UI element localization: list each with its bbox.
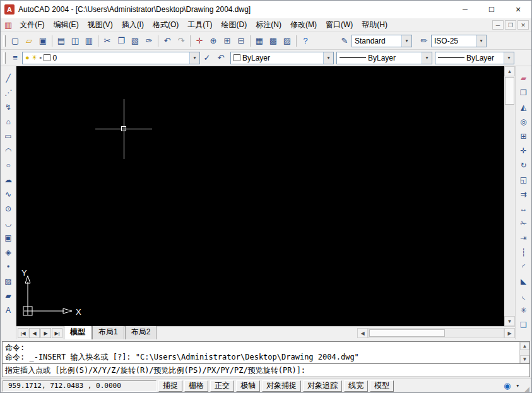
plot-icon[interactable]: ▤ (54, 34, 68, 48)
copy-clip-icon[interactable]: ❐ (114, 34, 128, 48)
line-icon[interactable]: ╱ (2, 71, 15, 85)
layer-previous-icon[interactable]: ↶ (214, 51, 228, 65)
plot-preview-icon[interactable]: ◫ (68, 34, 82, 48)
copy-object-icon[interactable]: ❐ (517, 86, 530, 99)
cut-icon[interactable]: ✂ (100, 34, 114, 48)
revision-cloud-icon[interactable]: ☁ (2, 173, 15, 186)
menu-item[interactable]: 窗口(W) (321, 18, 357, 32)
lineweight-control-combo[interactable]: ByLayer ▾ (435, 52, 514, 64)
match-properties-icon[interactable]: ✑ (142, 34, 156, 48)
polyline-icon[interactable]: ↯ (2, 100, 15, 114)
status-menu-arrow-icon[interactable]: ▾ (512, 381, 523, 391)
insert-block-icon[interactable]: ▣ (2, 231, 15, 244)
rectangle-icon[interactable]: ▭ (2, 129, 15, 143)
menu-item[interactable]: 帮助(H) (357, 18, 392, 32)
qnew-icon[interactable]: ▢ (8, 34, 22, 48)
polygon-icon[interactable]: ⌂ (2, 115, 15, 128)
lengthen-icon[interactable]: ↔ (517, 202, 530, 215)
color-control-combo[interactable]: ByLayer ▾ (230, 52, 334, 64)
point-icon[interactable]: • (2, 260, 15, 273)
menu-item[interactable]: 文件(F) (15, 18, 49, 32)
drawing-canvas[interactable]: Y X (16, 66, 504, 326)
lineweight-toggle[interactable]: 线宽 (344, 380, 368, 392)
array-icon[interactable]: ⊞ (517, 129, 530, 143)
ellipse-arc-icon[interactable]: ◡ (2, 216, 15, 230)
menu-item[interactable]: 视图(V) (83, 18, 117, 32)
save-icon[interactable]: ▣ (36, 34, 50, 48)
zoom-realtime-icon[interactable]: ⊕ (206, 34, 220, 48)
maximize-button[interactable]: ☐ (478, 1, 505, 18)
trim-icon[interactable]: ✁ (517, 216, 530, 230)
tab-layout2[interactable]: 布局2 (125, 325, 157, 339)
command-scrollbar[interactable]: ▲ ▼ (519, 342, 529, 363)
dim-style-combo[interactable]: ISO-25 ▾ (431, 35, 487, 47)
command-input-line[interactable]: 指定插入点或 [比例(S)/X/Y/Z/旋转(R)/预览比例(PS)/PX/PY… (3, 363, 529, 377)
fillet-icon[interactable]: ◟ (517, 289, 530, 302)
menu-item[interactable]: 插入(I) (117, 18, 148, 32)
chevron-down-icon[interactable]: ▾ (422, 52, 432, 64)
close-button[interactable]: ✕ (505, 1, 531, 18)
help-icon[interactable]: ? (299, 34, 312, 48)
break-at-point-icon[interactable]: ┆ (517, 245, 530, 259)
scroll-up-icon[interactable]: ▲ (520, 342, 529, 350)
mirror-icon[interactable]: ◭ (517, 100, 530, 114)
scroll-right-icon[interactable]: ▶ (504, 328, 515, 338)
move-icon[interactable]: ✛ (517, 144, 530, 157)
minimize-button[interactable]: ─ (452, 1, 478, 18)
hatch-icon[interactable]: ▨ (2, 274, 15, 288)
mtext-icon[interactable]: A (2, 303, 15, 317)
stretch-icon[interactable]: ⇉ (517, 187, 530, 201)
construction-line-icon[interactable]: ⋰ (2, 86, 15, 99)
vertical-scroll-thumb[interactable] (505, 77, 514, 105)
mdi-minimize-button[interactable]: ─ (492, 20, 504, 30)
layer-properties-manager-icon[interactable]: ≡ (8, 51, 22, 65)
menu-item[interactable]: 编辑(E) (49, 18, 83, 32)
zoom-previous-icon[interactable]: ⊟ (234, 34, 248, 48)
horizontal-scrollbar[interactable]: ◀ ▶ (357, 328, 515, 339)
tab-nav-button[interactable]: |◀ (18, 328, 28, 338)
dim-style-icon[interactable]: ✏ (417, 34, 431, 48)
spline-icon[interactable]: ∿ (2, 187, 15, 201)
scroll-down-icon[interactable]: ▼ (520, 355, 529, 363)
ortho-toggle[interactable]: 正交 (210, 380, 234, 392)
tab-nav-button[interactable]: ◀ (29, 328, 40, 338)
scale-icon[interactable]: ◱ (517, 173, 530, 186)
rotate-icon[interactable]: ↻ (517, 158, 530, 172)
chamfer-icon[interactable]: ◣ (517, 274, 530, 288)
circle-icon[interactable]: ○ (2, 158, 15, 172)
tab-nav-button[interactable]: ▶| (52, 328, 62, 338)
text-style-combo[interactable]: Standard ▾ (352, 35, 412, 47)
extend-icon[interactable]: ⇥ (517, 231, 530, 244)
paste-icon[interactable]: ▧ (128, 34, 142, 48)
publish-icon[interactable]: ▥ (82, 34, 96, 48)
linetype-control-combo[interactable]: ByLayer ▾ (336, 52, 432, 64)
tab-layout1[interactable]: 布局1 (92, 325, 124, 339)
menu-item[interactable]: 修改(M) (286, 18, 321, 32)
tab-model[interactable]: 模型 (64, 325, 92, 339)
make-block-icon[interactable]: ◈ (2, 245, 15, 259)
pan-realtime-icon[interactable]: ✛ (192, 34, 206, 48)
chevron-down-icon[interactable]: ▾ (323, 52, 333, 64)
scroll-down-icon[interactable]: ▼ (504, 316, 515, 326)
redo-icon[interactable]: ↷ (174, 34, 188, 48)
properties-icon[interactable]: ▦ (252, 34, 266, 48)
grid-toggle[interactable]: 栅格 (184, 380, 208, 392)
offset-icon[interactable]: ◎ (517, 115, 530, 128)
mdi-close-button[interactable]: ✕ (517, 20, 529, 30)
make-object-layer-current-icon[interactable]: ✓ (200, 51, 214, 65)
scroll-up-icon[interactable]: ▲ (504, 66, 515, 76)
break-icon[interactable]: ◜ (517, 260, 530, 273)
menu-item[interactable]: 绘图(D) (217, 18, 252, 32)
chevron-down-icon[interactable]: ▾ (401, 35, 411, 47)
otrack-toggle[interactable]: 对象追踪 (303, 380, 342, 392)
toolbar-grip[interactable] (3, 35, 6, 47)
chevron-down-icon[interactable]: ▾ (504, 52, 514, 64)
mdi-restore-button[interactable]: ❐ (505, 20, 516, 30)
menu-item[interactable]: 格式(O) (148, 18, 183, 32)
chevron-down-icon[interactable]: ▾ (189, 52, 199, 64)
chevron-down-icon[interactable]: ▾ (476, 35, 486, 47)
osnap-toggle[interactable]: 对象捕捉 (262, 380, 301, 392)
erase-icon[interactable]: ▰ (517, 71, 530, 85)
open-icon[interactable]: ▱ (22, 34, 36, 48)
text-style-icon[interactable]: ✎ (338, 34, 352, 48)
